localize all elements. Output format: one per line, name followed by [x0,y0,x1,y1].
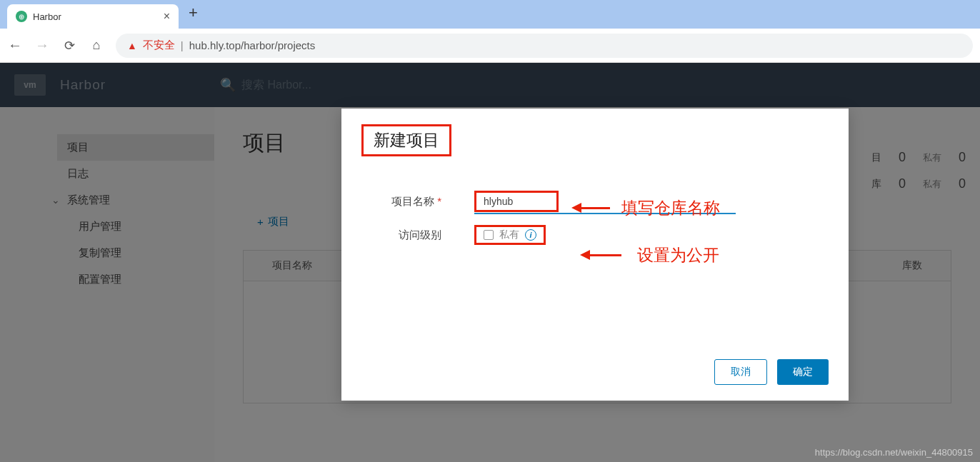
project-name-input-wrap [474,191,559,212]
url-separator: | [181,39,184,51]
url-text: hub.hly.top/harbor/projects [189,39,316,51]
insecure-warning-icon: ▲ [127,40,137,51]
forward-icon: → [34,37,50,54]
form-row-access: 访问级别 私有 i [390,225,829,245]
back-icon[interactable]: ← [7,37,23,54]
insecure-label: 不安全 [143,39,175,52]
tab-title: Harbor [33,11,158,22]
annotation-arrow-head [571,203,581,213]
required-marker: * [437,195,441,207]
annotation-box: 私有 i [474,225,546,245]
url-input[interactable]: ▲ 不安全 | hub.hly.top/harbor/projects [116,34,973,58]
annotation-arrow-line [590,254,621,256]
info-icon[interactable]: i [525,229,536,241]
annotation-text-name: 填写仓库名称 [621,197,720,219]
access-level-label: 访问级别 [390,229,441,242]
browser-tab-strip: ⊕ Harbor × + [0,0,980,29]
annotation-box: 新建项目 [361,124,451,156]
modal-title: 新建项目 [374,129,439,151]
private-label: 私有 [499,229,519,241]
private-checkbox[interactable] [484,230,494,240]
browser-tab[interactable]: ⊕ Harbor × [7,4,179,29]
annotation-arrow-head [580,250,590,260]
new-tab-button[interactable]: + [189,4,198,25]
annotation-box [474,191,559,212]
cancel-button[interactable]: 取消 [714,359,767,385]
close-tab-icon[interactable]: × [164,10,170,23]
project-name-label: 项目名称* [390,195,441,209]
address-bar: ← → ⟳ ⌂ ▲ 不安全 | hub.hly.top/harbor/proje… [0,29,980,63]
home-icon[interactable]: ⌂ [89,38,104,53]
watermark: https://blog.csdn.net/weixin_44800915 [815,447,973,458]
ok-button[interactable]: 确定 [777,359,829,385]
reload-icon[interactable]: ⟳ [61,38,77,54]
annotation-text-access: 设置为公开 [637,244,719,266]
modal-actions: 取消 确定 [361,359,829,385]
favicon: ⊕ [16,11,27,22]
annotation-arrow-line [581,207,610,209]
project-name-input[interactable] [481,194,552,209]
